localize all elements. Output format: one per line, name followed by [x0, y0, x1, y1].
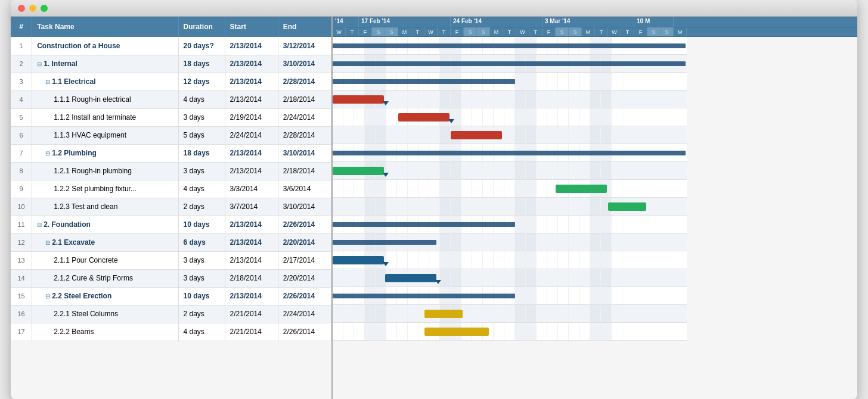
task-duration: 10 days	[178, 287, 225, 305]
day-cell	[558, 269, 569, 286]
gantt-row	[333, 287, 687, 305]
day-cell	[590, 108, 601, 126]
day-cell	[408, 198, 418, 215]
task-name-text: 2. Foundation	[44, 220, 91, 229]
gantt-row	[333, 180, 687, 198]
task-name: 1.1.3 HVAC equipment	[32, 126, 178, 144]
gantt-bar	[398, 113, 450, 121]
day-cell	[537, 162, 547, 179]
day-cell	[547, 73, 558, 90]
collapse-icon[interactable]: ⊟	[45, 79, 50, 85]
day-cell	[515, 73, 526, 90]
day-cell	[590, 323, 601, 340]
maximize-button[interactable]	[41, 5, 48, 12]
task-duration: 2 days	[178, 198, 225, 216]
day-cell	[494, 91, 504, 108]
day-cell	[451, 233, 461, 251]
day-cell	[494, 162, 504, 179]
day-label: S	[569, 27, 582, 36]
day-cell	[601, 216, 612, 233]
table-row: 101.2.3 Test and clean2 days3/7/20143/10…	[11, 198, 331, 216]
task-end: 3/10/2014	[278, 198, 331, 216]
close-button[interactable]	[18, 5, 25, 12]
row-number: 7	[11, 144, 32, 162]
day-cell	[354, 108, 365, 126]
day-cell	[494, 233, 504, 251]
day-cell	[537, 108, 547, 126]
task-name: 1.1.2 Install and terminate	[32, 108, 178, 126]
day-cell	[537, 91, 547, 108]
task-name: 1.2.2 Set plumbing fixtur...	[32, 180, 178, 198]
day-cell	[569, 126, 579, 144]
row-number: 15	[11, 287, 32, 305]
day-cell	[440, 91, 451, 108]
day-cell	[333, 323, 343, 340]
collapse-icon[interactable]: ⊟	[45, 293, 50, 300]
task-duration: 10 days	[178, 216, 225, 233]
day-cell	[397, 162, 408, 179]
gantt-row	[333, 251, 687, 269]
day-cell	[601, 305, 612, 322]
gantt-month-row: '1417 Feb '1424 Feb '143 Mar '1410 M	[333, 17, 857, 27]
day-cell	[504, 108, 515, 126]
day-cell	[537, 287, 547, 304]
collapse-icon[interactable]: ⊟	[37, 61, 42, 67]
day-cell	[579, 233, 590, 251]
task-start: 2/13/2014	[225, 251, 278, 269]
day-cell	[365, 180, 376, 197]
day-cell	[612, 91, 622, 108]
task-duration: 18 days	[178, 55, 225, 73]
day-cell	[343, 180, 354, 197]
table-row: 81.2.1 Rough-in plumbing3 days2/13/20142…	[11, 162, 331, 180]
day-cell	[612, 73, 622, 90]
day-cell	[429, 251, 440, 269]
task-name-text: 2.1 Excavate	[52, 238, 95, 247]
day-cell	[397, 251, 408, 269]
table-row: 11⊟ 2. Foundation10 days2/13/20142/26/20…	[11, 216, 331, 233]
collapse-icon[interactable]: ⊟	[45, 150, 50, 157]
day-cell	[569, 305, 579, 322]
task-end: 2/18/2014	[278, 91, 331, 108]
day-cell	[472, 162, 483, 179]
gantt-header: '1417 Feb '1424 Feb '143 Mar '1410 M WTF…	[333, 17, 857, 37]
gantt-bar	[385, 274, 436, 282]
day-cell	[376, 305, 386, 322]
day-cell	[365, 126, 376, 144]
day-cell	[537, 216, 547, 233]
day-cell	[461, 251, 472, 269]
day-cell	[418, 126, 429, 144]
minimize-button[interactable]	[29, 5, 36, 12]
task-name-text: 2.2 Steel Erection	[52, 292, 111, 300]
task-start: 2/13/2014	[225, 91, 278, 108]
month-label: 24 Feb '14	[451, 17, 542, 27]
gantt-bar	[451, 131, 502, 139]
gantt-bar	[608, 202, 646, 211]
day-cell	[333, 126, 343, 144]
day-cell	[537, 269, 547, 286]
collapse-icon[interactable]: ⊟	[37, 222, 42, 228]
day-cell	[526, 269, 537, 286]
task-end: 2/17/2014	[278, 251, 331, 269]
task-name: Construction of a House	[32, 37, 178, 55]
task-duration: 3 days	[178, 269, 225, 287]
gantt-row	[333, 323, 687, 341]
day-cell	[429, 91, 440, 108]
day-cell	[386, 198, 397, 215]
day-cell	[504, 126, 515, 144]
day-cell	[579, 108, 590, 126]
day-cell	[343, 126, 354, 144]
day-cell	[504, 198, 515, 215]
task-name: ⊟ 2.1 Excavate	[32, 233, 178, 251]
gantt-row	[333, 305, 687, 323]
day-cell	[590, 91, 601, 108]
day-cell	[579, 216, 590, 233]
day-cell	[558, 323, 569, 340]
day-cell	[612, 305, 622, 322]
day-cell	[515, 108, 526, 126]
day-cell	[376, 108, 386, 126]
day-label: T	[529, 27, 542, 36]
gantt-panel[interactable]: '1417 Feb '1424 Feb '143 Mar '1410 M WTF…	[333, 17, 857, 399]
row-number: 17	[11, 323, 32, 341]
collapse-icon[interactable]: ⊟	[45, 239, 50, 246]
task-duration: 2 days	[178, 305, 225, 323]
